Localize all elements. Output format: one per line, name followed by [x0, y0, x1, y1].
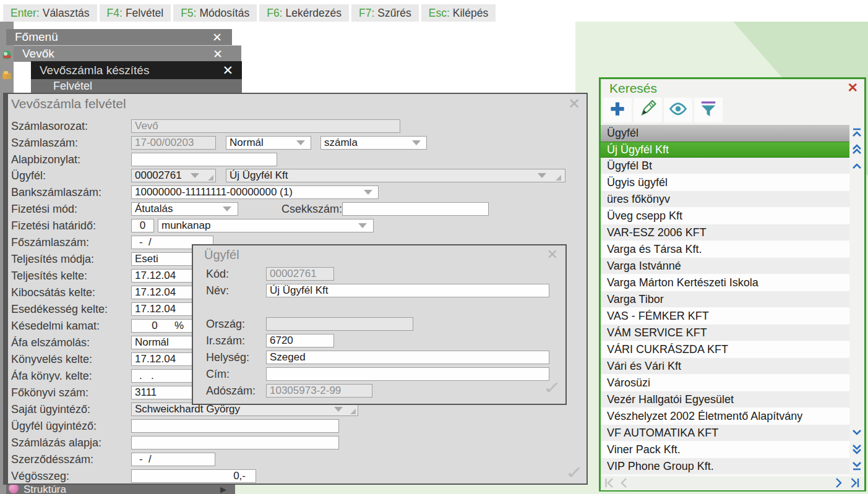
scroll-up-icon[interactable] — [850, 160, 864, 173]
csekkszam-input[interactable] — [342, 202, 489, 216]
menu-item-struktura[interactable]: Struktúra ▶ — [6, 485, 235, 494]
list-item[interactable]: VIP Phone Group Kft. — [601, 458, 849, 475]
cart-icon[interactable] — [1, 69, 13, 81]
customer-name-combo[interactable]: Új Ügyfél Kft — [226, 169, 565, 182]
customer-list: Új Ügyfél Kft Ügyfél Bt Ügyis ügyfél üre… — [601, 142, 849, 475]
close-icon[interactable]: ✕ — [212, 30, 222, 45]
customer-adoszam-input[interactable]: 10305973-2-99 — [266, 384, 372, 398]
list-item[interactable]: VAS - FÉMKER KFT — [601, 308, 849, 325]
confirm-check-icon[interactable]: ✓ — [565, 462, 584, 483]
customer-irszam-input[interactable]: 6720 — [266, 334, 334, 347]
konyveles-kelte-input[interactable]: 17.12.04 — [131, 352, 192, 366]
pager-first-icon[interactable] — [603, 477, 616, 489]
list-item[interactable]: Varga Tibor — [601, 291, 849, 308]
list-item[interactable]: VF AUTOMATIKA KFT — [601, 425, 849, 441]
list-item[interactable]: Ügyfél Bt — [601, 158, 849, 174]
list-item[interactable]: Vezér Hallgatói Egyesület — [601, 391, 849, 408]
window-vevoszamla-titlebar[interactable]: Vevőszámla készítés ✕ — [31, 61, 242, 79]
list-item[interactable]: Vári és Vári Kft — [601, 358, 849, 375]
page-up-icon[interactable] — [850, 143, 864, 156]
add-button[interactable] — [603, 98, 632, 122]
deadline-unit-select[interactable]: munkanap — [158, 219, 374, 232]
close-icon[interactable]: ✕ — [547, 247, 558, 263]
list-item[interactable]: Ügyis ügyfél — [601, 174, 849, 191]
szamlasorozat-input[interactable]: Vevő — [131, 119, 400, 133]
list-item[interactable]: VÁRI CUKRÁSZDA KFT — [601, 341, 849, 358]
document-type-select[interactable]: számla — [320, 136, 427, 150]
scroll-down-icon[interactable] — [850, 425, 864, 439]
customer-orszag-input[interactable] — [266, 317, 413, 331]
shortcut-f5[interactable]: F5:Módosítás — [173, 4, 257, 22]
chevron-down-icon[interactable] — [538, 173, 546, 178]
shortcut-f7[interactable]: F7:Szűrés — [351, 4, 419, 22]
teljesites-modja-input[interactable]: Eseti — [131, 252, 192, 266]
kibocsatas-kelte-input[interactable]: 17.12.04 — [131, 286, 192, 299]
close-icon[interactable]: ✕ — [222, 63, 233, 78]
list-item[interactable]: Varga és Társa Kft. — [601, 241, 849, 258]
list-item[interactable]: Varga Istvánné — [601, 258, 849, 275]
scroll-first-icon[interactable] — [850, 126, 864, 140]
customer-code-combo[interactable]: 00002761 — [131, 169, 216, 182]
alapbizonylat-input[interactable] — [131, 153, 277, 166]
pager-next-icon[interactable] — [832, 477, 844, 489]
customer-helyseg-input[interactable]: Szeged — [266, 351, 549, 364]
afa-elszamolas-input[interactable]: Normál — [131, 336, 192, 349]
chevron-down-icon[interactable] — [358, 223, 367, 228]
chevron-down-icon[interactable] — [223, 207, 231, 211]
list-header[interactable]: Ügyfél — [601, 125, 849, 142]
szamlazas-alapja-input[interactable] — [131, 436, 339, 449]
shortcut-esc[interactable]: Esc:Kilépés — [421, 4, 496, 22]
shortcut-f4[interactable]: F4:Felvétel — [100, 4, 171, 22]
customer-kod-input[interactable]: 00002761 — [266, 267, 334, 281]
list-item[interactable]: VAR-ESZ 2006 KFT — [601, 224, 849, 241]
edit-button[interactable] — [634, 98, 662, 122]
confirm-check-icon[interactable]: ✓ — [543, 378, 562, 398]
pager-prev-icon[interactable] — [618, 477, 630, 489]
szamlaszam-input[interactable]: 17-00/00203 — [131, 136, 216, 150]
close-icon[interactable]: ✕ — [847, 80, 858, 95]
afa-konyv-kelte-input[interactable]: . . — [131, 369, 192, 383]
customer-window: Ügyfél ✕ Kód: 00002761 Név: Új Ügyfél Kf… — [192, 244, 567, 405]
close-icon[interactable]: ✕ — [568, 95, 580, 113]
teljesites-kelte-input[interactable]: 17.12.04 — [131, 269, 192, 283]
bank-account-select[interactable]: 10000000-11111111-00000000 (1) — [131, 185, 379, 199]
list-item-selected[interactable]: Új Ügyfél Kft — [601, 142, 849, 158]
close-icon[interactable]: ✕ — [213, 47, 223, 61]
page-down-icon[interactable] — [850, 442, 864, 456]
invoice-type-select[interactable]: Normál — [226, 136, 311, 150]
menu-item-felvetel[interactable]: Felvétel — [31, 79, 242, 93]
esedekesseg-kelte-input[interactable]: 17.12.04 — [131, 302, 192, 316]
vegosszeg-input[interactable]: 0,- — [131, 469, 256, 483]
list-item[interactable]: Vészhelyzet 2002 Életmentő Alapítvány — [601, 408, 849, 425]
fokonyvi-szam-input[interactable]: 3111 — [131, 386, 192, 399]
szerzodesszam-input[interactable]: - / — [131, 453, 215, 466]
payment-method-select[interactable]: Átutalás — [131, 202, 238, 216]
window-fomenu-titlebar[interactable]: Főmenü ✕ — [6, 29, 232, 45]
chevron-down-icon[interactable] — [191, 173, 199, 178]
filter-button[interactable] — [694, 98, 723, 122]
customer-nev-input[interactable]: Új Ügyfél Kft — [266, 284, 549, 297]
view-button[interactable] — [664, 98, 692, 122]
globe-icon[interactable] — [1, 49, 13, 61]
chevron-down-icon[interactable] — [296, 140, 305, 145]
list-item[interactable]: üres főkönyv — [601, 191, 849, 208]
label-helyseg: Helység: — [206, 351, 249, 364]
list-item[interactable]: Üveg csepp Kft — [601, 208, 849, 224]
list-item[interactable]: Viner Pack Kft. — [601, 441, 849, 458]
pager-last-icon[interactable] — [848, 477, 861, 489]
chevron-down-icon[interactable] — [364, 190, 372, 195]
label-kesedelmi-kamat: Késedelmi kamat: — [11, 319, 100, 333]
list-item[interactable]: Varga Márton Kertészeti Iskola — [601, 275, 849, 291]
kesedelmi-kamat-input[interactable]: 0 % — [131, 319, 192, 333]
shortcut-enter[interactable]: Enter:Választás — [3, 4, 97, 22]
chevron-down-icon[interactable] — [334, 407, 343, 412]
chevron-down-icon[interactable] — [412, 140, 421, 145]
payment-deadline-input[interactable]: 0 — [131, 219, 154, 232]
window-vevok-titlebar[interactable]: Vevők ✕ — [14, 45, 241, 62]
customer-cim-input[interactable] — [266, 367, 549, 381]
list-item[interactable]: Városüzi — [601, 375, 849, 391]
list-item[interactable]: VÁM SERVICE KFT — [601, 325, 849, 341]
scroll-last-icon[interactable] — [850, 459, 864, 472]
shortcut-f6[interactable]: F6:Lekérdezés — [259, 4, 349, 22]
ugyfel-ugyintezo-input[interactable] — [131, 419, 339, 433]
